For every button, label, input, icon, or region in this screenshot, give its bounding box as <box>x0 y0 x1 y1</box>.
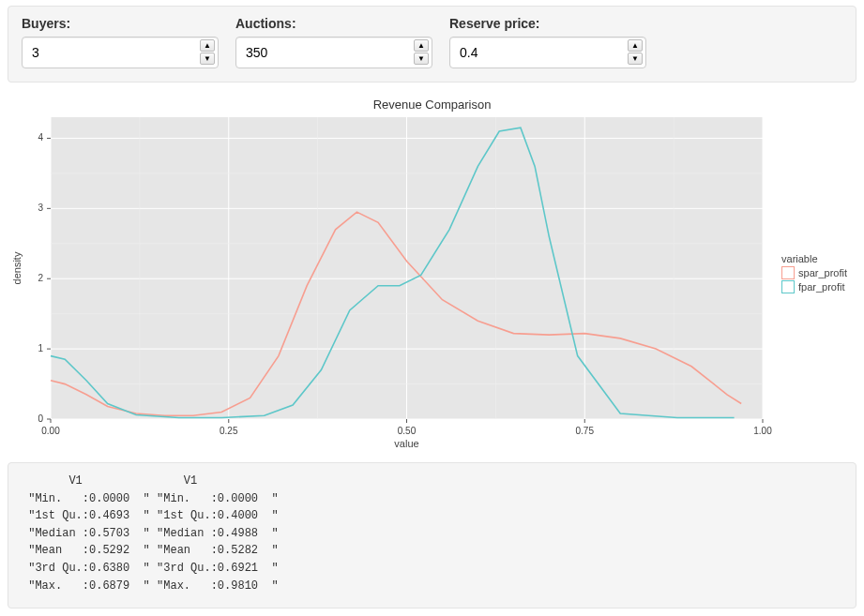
svg-text:1: 1 <box>38 343 43 353</box>
chart-title: Revenue Comparison <box>8 94 856 113</box>
auctions-stepper: ▲ ▼ <box>414 39 429 65</box>
controls-panel: Buyers: ▲ ▼ Auctions: ▲ ▼ Reserve price: <box>8 6 856 83</box>
svg-text:1.00: 1.00 <box>753 426 772 436</box>
legend-swatch-spar <box>781 266 795 279</box>
buyers-input[interactable] <box>22 37 219 68</box>
legend-label-spar: spar_profit <box>798 267 847 278</box>
svg-text:3: 3 <box>38 203 43 213</box>
auctions-label: Auctions: <box>235 16 432 31</box>
density-chart: 0.000.250.500.751.0001234valuedensity <box>8 113 856 451</box>
svg-text:2: 2 <box>38 273 43 283</box>
reserve-price-label: Reserve price: <box>449 16 646 31</box>
reserve-price-step-down[interactable]: ▼ <box>628 53 643 65</box>
reserve-price-step-up[interactable]: ▲ <box>628 39 643 52</box>
legend-label-fpar: fpar_profit <box>798 281 845 293</box>
auctions-input[interactable] <box>235 37 432 68</box>
auctions-step-up[interactable]: ▲ <box>414 39 429 52</box>
buyers-step-down[interactable]: ▼ <box>200 53 215 65</box>
legend-item-spar: spar_profit <box>781 266 847 279</box>
legend-swatch-fpar <box>781 280 795 293</box>
svg-text:0.00: 0.00 <box>41 426 60 436</box>
reserve-price-stepper: ▲ ▼ <box>628 39 643 65</box>
legend-title: variable <box>781 253 847 264</box>
buyers-step-up[interactable]: ▲ <box>200 39 215 52</box>
svg-text:value: value <box>394 438 418 449</box>
svg-text:4: 4 <box>38 132 43 143</box>
chart-container: Revenue Comparison 0.000.250.500.751.000… <box>8 94 856 451</box>
chart-legend: variable spar_profit fpar_profit <box>781 253 847 293</box>
summary-output: V1 V1 "Min. :0.0000 " "Min. :0.0000 " "1… <box>8 462 856 608</box>
svg-text:0.25: 0.25 <box>220 426 238 436</box>
buyers-label: Buyers: <box>22 16 219 31</box>
auctions-step-down[interactable]: ▼ <box>414 53 429 65</box>
svg-text:0.75: 0.75 <box>576 426 595 436</box>
svg-text:0: 0 <box>38 413 43 424</box>
legend-item-fpar: fpar_profit <box>781 280 847 293</box>
reserve-price-input[interactable] <box>449 37 646 68</box>
svg-text:0.50: 0.50 <box>398 426 417 436</box>
svg-text:density: density <box>11 251 23 284</box>
buyers-stepper: ▲ ▼ <box>200 39 215 65</box>
